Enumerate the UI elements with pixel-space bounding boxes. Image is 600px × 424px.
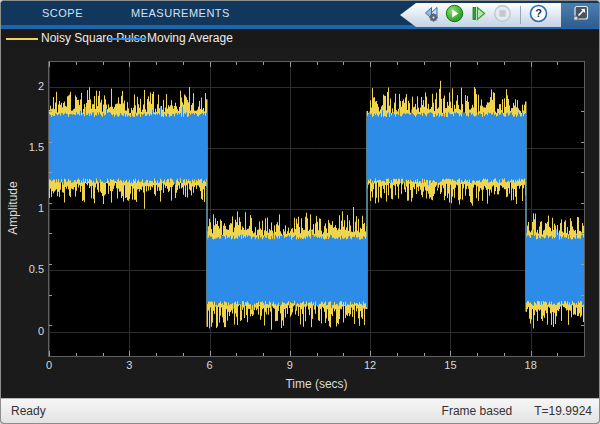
help-icon: ? bbox=[529, 4, 548, 27]
toolbar-separator bbox=[520, 6, 521, 24]
legend-label-moving-average[interactable]: Moving Average bbox=[147, 29, 233, 48]
y-tick-label: 2 bbox=[1, 80, 44, 92]
y-tick-label: 1 bbox=[1, 202, 44, 214]
simulation-toolbar: ? bbox=[400, 3, 561, 27]
help-button[interactable]: ? bbox=[529, 6, 548, 25]
pop-out-icon bbox=[571, 4, 590, 27]
legend-line-moving-average bbox=[108, 38, 146, 40]
status-frame-mode: Frame based bbox=[442, 404, 513, 418]
step-back-gear-icon bbox=[421, 4, 440, 27]
step-forward-button[interactable] bbox=[469, 6, 488, 25]
status-ready: Ready bbox=[1, 404, 46, 418]
stop-button bbox=[493, 6, 512, 25]
y-tick-label: 0 bbox=[1, 325, 44, 337]
x-tick-label: 0 bbox=[32, 359, 66, 371]
scope-canvas[interactable] bbox=[49, 62, 584, 356]
step-forward-icon bbox=[469, 4, 488, 27]
x-tick-label: 12 bbox=[353, 359, 387, 371]
run-icon bbox=[445, 4, 464, 27]
x-tick-label: 18 bbox=[514, 359, 548, 371]
figure-area: Time (secs) Amplitude 036912151800.511.5… bbox=[1, 48, 599, 398]
stop-icon bbox=[493, 4, 512, 27]
x-tick-label: 15 bbox=[433, 359, 467, 371]
y-tick-label: 0.5 bbox=[1, 263, 44, 275]
x-tick-label: 9 bbox=[273, 359, 307, 371]
toolbar-corner bbox=[561, 3, 599, 27]
highlight-simulink-block-button[interactable] bbox=[571, 6, 590, 25]
step-back-button[interactable] bbox=[421, 6, 440, 25]
svg-text:?: ? bbox=[535, 7, 542, 19]
x-axis-label: Time (secs) bbox=[48, 377, 585, 391]
legend-line-noisy-square-pulse bbox=[6, 38, 38, 40]
status-bar: Ready Frame based T=19.9924 bbox=[1, 398, 599, 423]
x-tick-label: 6 bbox=[193, 359, 227, 371]
run-button[interactable] bbox=[445, 6, 464, 25]
axes bbox=[48, 61, 585, 357]
tab-measurements[interactable]: MEASUREMENTS bbox=[114, 1, 247, 25]
y-tick-label: 1.5 bbox=[1, 141, 44, 153]
scope-window: SCOPE MEASUREMENTS bbox=[0, 0, 600, 424]
tab-scope[interactable]: SCOPE bbox=[25, 1, 100, 25]
legend: Noisy Square Pulse Moving Average bbox=[1, 29, 599, 48]
x-tick-label: 3 bbox=[112, 359, 146, 371]
status-sim-time: T=19.9924 bbox=[534, 404, 592, 418]
